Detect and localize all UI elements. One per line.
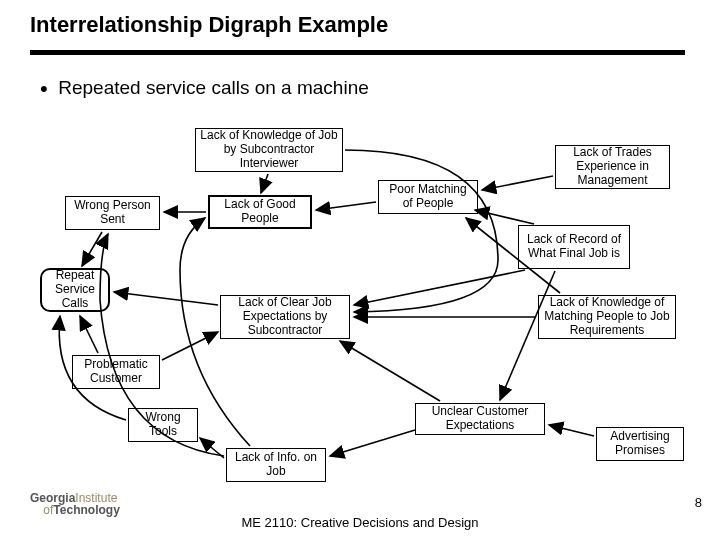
node-lack-knowledge: Lack of Knowledge of Job by Subcontracto… xyxy=(195,128,343,172)
svg-line-4 xyxy=(475,210,534,224)
node-lack-know-match: Lack of Knowledge of Matching People to … xyxy=(538,295,676,339)
svg-line-10 xyxy=(340,341,440,401)
svg-line-8 xyxy=(162,332,218,360)
svg-line-3 xyxy=(482,176,553,190)
node-unclear-cust: Unclear Customer Expectations xyxy=(415,403,545,435)
node-lack-good-people: Lack of Good People xyxy=(208,195,312,229)
svg-line-12 xyxy=(549,425,594,436)
node-problematic: Problematic Customer xyxy=(72,355,160,389)
bullet-dot: • xyxy=(40,76,48,101)
node-repeat-calls: Repeat Service Calls xyxy=(40,268,110,312)
title-rule xyxy=(30,50,685,55)
node-lack-clear-exp: Lack of Clear Job Expectations by Subcon… xyxy=(220,295,350,339)
slide-title: Interrelationship Digraph Example xyxy=(30,12,388,38)
svg-line-9 xyxy=(200,438,224,458)
svg-line-11 xyxy=(330,430,415,456)
svg-line-0 xyxy=(261,174,268,193)
svg-line-15 xyxy=(354,270,525,305)
logo: GeorgiaInstitute ofTechnology xyxy=(30,492,120,516)
node-wrong-tools: Wrong Tools xyxy=(128,408,198,442)
bullet-point: • Repeated service calls on a machine xyxy=(40,76,369,102)
node-lack-record: Lack of Record of What Final Job is xyxy=(518,225,630,269)
node-advertising: Advertising Promises xyxy=(596,427,684,461)
node-wrong-person: Wrong Person Sent xyxy=(65,196,160,230)
bullet-text: Repeated service calls on a machine xyxy=(58,77,369,98)
svg-line-5 xyxy=(82,232,102,266)
footer-text: ME 2110: Creative Decisions and Design xyxy=(0,515,720,530)
node-lack-trades: Lack of Trades Experience in Management xyxy=(555,145,670,189)
node-lack-info: Lack of Info. on Job xyxy=(226,448,326,482)
svg-line-6 xyxy=(114,292,218,305)
svg-line-7 xyxy=(80,316,98,353)
svg-line-2 xyxy=(316,202,376,210)
node-poor-matching: Poor Matching of People xyxy=(378,180,478,214)
page-number: 8 xyxy=(695,495,702,510)
